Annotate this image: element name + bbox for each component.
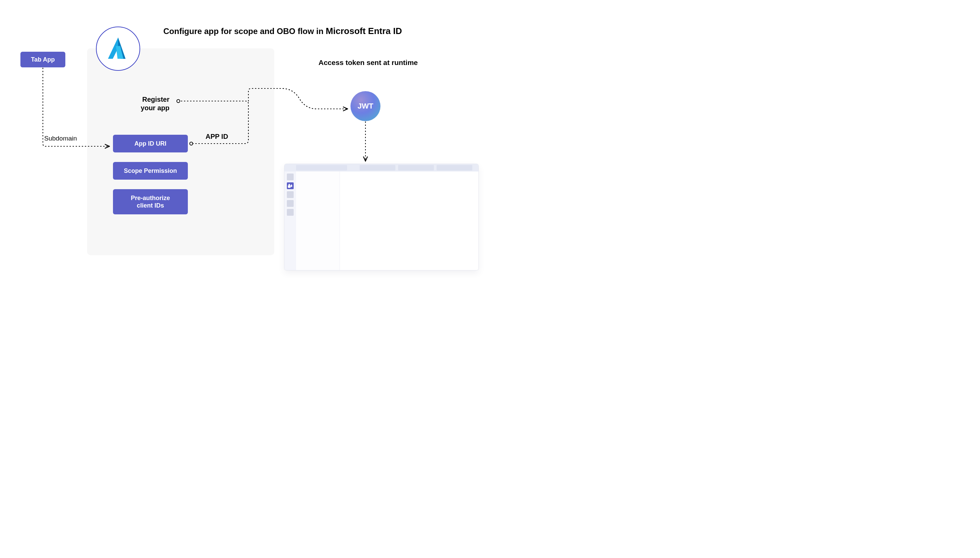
teams-list-column bbox=[296, 171, 340, 270]
app-id-uri-label: App ID URI bbox=[135, 140, 166, 148]
teams-search-placeholder bbox=[296, 165, 347, 171]
preauth-line1: Pre-authorize bbox=[131, 195, 170, 202]
title-pre: Configure app for scope and OBO flow in bbox=[163, 26, 326, 36]
rail-item-active bbox=[287, 182, 294, 189]
register-line2: your app bbox=[141, 104, 169, 112]
app-id-label: APP ID bbox=[205, 133, 228, 141]
preauth-node: Pre-authorize client IDs bbox=[113, 189, 188, 214]
preauth-text: Pre-authorize client IDs bbox=[131, 194, 170, 210]
jwt-node: JWT bbox=[350, 91, 381, 121]
rail-item-1 bbox=[287, 174, 294, 181]
jwt-label: JWT bbox=[358, 102, 373, 111]
teams-tab-3 bbox=[437, 165, 472, 171]
scope-permission-label: Scope Permission bbox=[124, 167, 177, 175]
teams-topbar bbox=[284, 164, 478, 171]
rail-item-5 bbox=[287, 209, 294, 216]
teams-apprail bbox=[284, 171, 296, 270]
diagram-title: Configure app for scope and OBO flow in … bbox=[163, 26, 402, 36]
subdomain-label: Subdomain bbox=[44, 135, 77, 142]
preauth-line2: client IDs bbox=[137, 202, 164, 209]
register-app-label: Register your app bbox=[132, 95, 169, 112]
tab-app-label: Tab App bbox=[31, 56, 55, 64]
teams-content-area bbox=[340, 171, 478, 270]
title-strong: Microsoft Entra ID bbox=[326, 26, 402, 36]
diagram-stage: Configure app for scope and OBO flow in … bbox=[0, 0, 490, 279]
teams-tab-2 bbox=[398, 165, 434, 171]
svg-point-0 bbox=[289, 184, 290, 186]
register-line1: Register bbox=[142, 95, 169, 103]
tab-app-node: Tab App bbox=[20, 52, 65, 67]
rail-item-3 bbox=[287, 191, 294, 198]
scope-permission-node: Scope Permission bbox=[113, 162, 188, 180]
azure-icon bbox=[105, 35, 131, 62]
teams-tab-1 bbox=[359, 165, 396, 171]
runtime-title: Access token sent at runtime bbox=[318, 59, 418, 67]
rail-item-4 bbox=[287, 200, 294, 207]
teams-client-mockup bbox=[284, 164, 478, 270]
app-id-uri-node: App ID URI bbox=[113, 135, 188, 153]
azure-logo-circle bbox=[96, 26, 140, 71]
